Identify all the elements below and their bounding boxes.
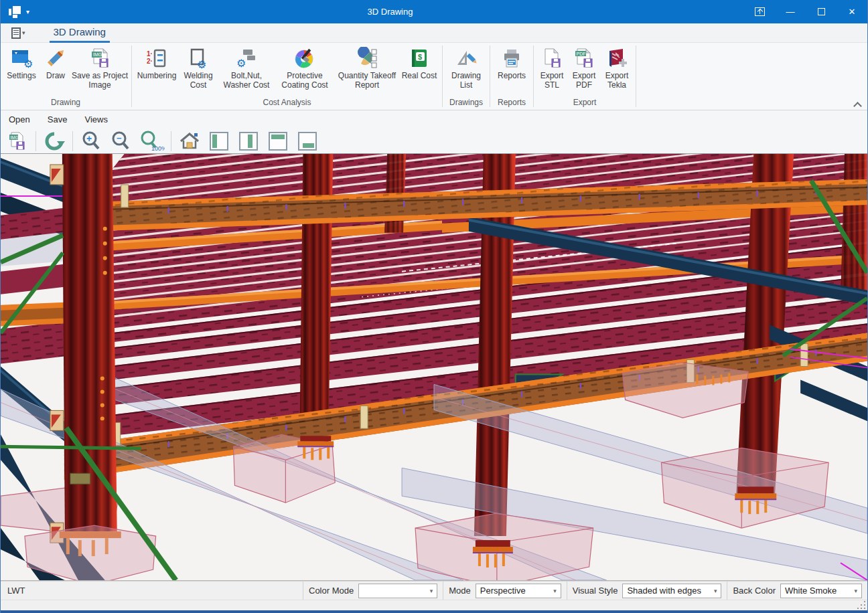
real-cost-button[interactable]: $ Real Cost xyxy=(399,44,440,95)
button-label: Drawing List xyxy=(445,72,488,90)
group-separator xyxy=(533,46,534,107)
svg-text:2·: 2· xyxy=(147,58,153,65)
view-left-button[interactable] xyxy=(206,130,232,153)
app-menu-button[interactable]: ▾ xyxy=(1,6,36,18)
settings-button[interactable]: ⚙ Settings xyxy=(2,44,41,95)
numbering-button[interactable]: 1·2· Numbering xyxy=(134,44,179,95)
3d-viewport[interactable] xyxy=(1,154,867,581)
view-center-icon xyxy=(238,130,259,152)
title-bar: ▾ 3D Drawing — ✕ xyxy=(1,0,867,23)
refresh-icon xyxy=(44,130,65,152)
svg-text:IMG: IMG xyxy=(93,52,102,57)
button-label: Real Cost xyxy=(402,72,437,81)
button-label: Export Tekla xyxy=(600,72,634,90)
resize-grip[interactable] xyxy=(857,601,865,609)
export-tekla-button[interactable]: Export Tekla xyxy=(600,44,634,95)
reports-button[interactable]: Reports xyxy=(492,44,531,95)
status-bar: LWT Color Mode ▾ Mode Perspective ▾ Visu… xyxy=(1,581,867,600)
back-color-combobox[interactable]: White Smoke ▾ xyxy=(780,584,862,598)
ribbon-group-reports: Reports Reports xyxy=(491,43,532,110)
window-title: 3D Drawing xyxy=(36,7,744,17)
app-window: ▾ 3D Drawing — ✕ ▾ 3D Drawing ⚙ Settings xyxy=(0,0,868,613)
svg-text:−: − xyxy=(117,133,122,143)
tekla-book-plus-icon xyxy=(605,47,628,70)
button-label: Settings xyxy=(7,72,35,81)
button-label: Welding Cost xyxy=(179,72,217,90)
ribbon-group-export: Export STL PDF Export PDF Export Tekla E… xyxy=(534,43,635,110)
file-save-stl-icon xyxy=(540,47,563,70)
quantity-takeoff-report-button[interactable]: Quantity Takeoff Report xyxy=(336,44,399,95)
welding-gear-icon: ⚙ xyxy=(187,47,210,70)
minimize-button[interactable]: — xyxy=(775,0,806,23)
setsquare-pencil-icon xyxy=(455,47,478,70)
ribbon: ⚙ Settings Draw IMG Save as Project Imag… xyxy=(1,43,867,110)
button-label: Protective Coating Cost xyxy=(276,72,334,90)
welding-cost-button[interactable]: ⚙ Welding Cost xyxy=(179,44,217,95)
draw-pencil-icon xyxy=(44,47,67,70)
svg-text:$: $ xyxy=(418,53,422,61)
zoom-100-icon: 100% xyxy=(138,130,165,153)
toolbar-separator xyxy=(171,131,171,151)
view-top-button[interactable] xyxy=(265,130,291,153)
file-menu-button[interactable]: ▾ xyxy=(11,27,25,39)
group-label-reports: Reports xyxy=(492,96,531,110)
group-label-export: Export xyxy=(536,96,634,110)
status-substrip xyxy=(1,600,867,610)
toolbar-separator xyxy=(72,131,73,151)
bolt-nut-washer-cost-button[interactable]: ⚙ Bolt,Nut, Washer Cost xyxy=(217,44,276,95)
home-view-button[interactable] xyxy=(177,130,202,153)
visual-style-combobox[interactable]: Shaded with edges ▾ xyxy=(622,584,721,598)
visual-style-field: Visual Style Shaded with edges ▾ xyxy=(567,582,727,600)
button-label: Export STL xyxy=(536,72,568,90)
zoom-in-icon: + xyxy=(80,130,102,153)
refresh-button[interactable] xyxy=(42,130,67,153)
collapse-ribbon-button[interactable] xyxy=(853,100,862,107)
mode-combobox[interactable]: Perspective ▾ xyxy=(476,584,561,598)
ribbon-group-drawings: Drawing List Drawings xyxy=(443,43,489,110)
bolt-nut-washer-gear-icon: ⚙ xyxy=(235,47,258,70)
drawing-list-button[interactable]: Drawing List xyxy=(445,44,488,95)
draw-button[interactable]: Draw xyxy=(41,44,70,95)
svg-text:⚙: ⚙ xyxy=(236,58,246,69)
status-left-text: LWT xyxy=(1,586,303,596)
zoom-in-button[interactable]: + xyxy=(78,130,104,153)
zoom-100-button[interactable]: 100% xyxy=(137,130,165,153)
button-label: Numbering xyxy=(137,72,177,81)
button-label: Export PDF xyxy=(568,72,600,90)
back-color-value: White Smoke xyxy=(785,586,837,596)
file-save-pdf-icon: PDF xyxy=(573,47,595,70)
button-label: Save as Project Image xyxy=(70,72,129,90)
left-joist-stripes xyxy=(1,208,64,364)
group-separator xyxy=(490,46,490,107)
tab-3d-drawing[interactable]: 3D Drawing xyxy=(50,23,110,43)
protective-coating-cost-button[interactable]: Protective Coating Cost xyxy=(276,44,334,95)
ribbon-pin-button[interactable] xyxy=(744,0,775,23)
dollar-book-icon: $ xyxy=(408,47,431,70)
menu-save[interactable]: Save xyxy=(48,114,68,124)
3d-structure-canvas xyxy=(1,154,867,580)
view-center-button[interactable] xyxy=(236,130,261,153)
group-separator xyxy=(636,46,636,107)
button-label: Quantity Takeoff Report xyxy=(336,72,399,90)
maximize-button[interactable] xyxy=(806,0,837,23)
svg-text:⚙: ⚙ xyxy=(23,58,33,70)
save-image-icon: IMG xyxy=(7,130,28,152)
export-stl-button[interactable]: Export STL xyxy=(536,44,568,95)
toolbar-separator xyxy=(35,131,36,151)
view-bottom-button[interactable] xyxy=(295,130,320,153)
export-pdf-button[interactable]: PDF Export PDF xyxy=(568,44,600,95)
pin-icon xyxy=(755,7,765,16)
zoom-out-button[interactable]: − xyxy=(108,130,133,153)
close-button[interactable]: ✕ xyxy=(837,0,867,23)
menu-views[interactable]: Views xyxy=(84,114,107,124)
mode-field: Mode Perspective ▾ xyxy=(443,582,567,600)
color-mode-combobox[interactable]: ▾ xyxy=(358,584,437,598)
save-as-project-image-button[interactable]: IMG Save as Project Image xyxy=(70,44,129,95)
menu-open[interactable]: Open xyxy=(9,114,30,124)
ribbon-group-drawing: ⚙ Settings Draw IMG Save as Project Imag… xyxy=(1,43,131,110)
app-logo-icon xyxy=(9,6,22,18)
quick-toolbar: Open Save Views IMG + − 100% xyxy=(1,110,867,154)
save-project-image-button[interactable]: IMG xyxy=(5,130,30,153)
svg-text:1·: 1· xyxy=(147,50,153,58)
ribbon-group-cost-analysis: 1·2· Numbering ⚙ Welding Cost ⚙ Bolt,Nut… xyxy=(133,43,441,110)
